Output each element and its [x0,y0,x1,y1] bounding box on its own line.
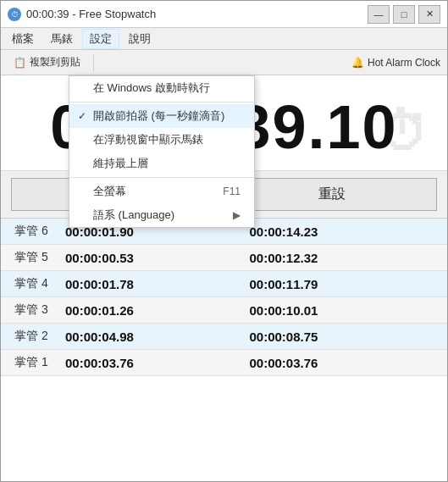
lap-time2: 00:00:12.32 [250,251,434,265]
menubar: 檔案 馬錶 設定 說明 [1,28,447,50]
menu-file[interactable]: 檔案 [4,29,41,49]
lap-time1: 00:00:01.26 [65,303,250,318]
lap-row: 掌管 100:00:03.7600:00:03.76 [1,350,447,376]
lap-time1: 00:00:00.53 [65,251,250,265]
dropdown-separator [69,177,254,178]
toolbar: 📋 複製到剪貼 🔔 Hot Alarm Clock [1,50,447,75]
lap-time2: 00:00:03.76 [250,356,434,370]
lap-row: 掌管 200:00:04.9800:00:08.75 [1,324,447,350]
dropdown-item-label: 在 Windows 啟動時執行 [93,80,210,96]
menu-settings[interactable]: 設定 [82,29,119,49]
titlebar: ⏱ 00:00:39 - Free Stopwatch — □ ✕ [1,1,447,28]
copy-label: 複製到剪貼 [30,55,80,69]
dropdown-item-label: 語系 (Language) [93,208,174,223]
dropdown-item-label: 維持最上層 [93,156,148,171]
lap-time2: 00:00:11.79 [250,277,434,291]
lap-row: 掌管 400:00:01.7800:00:11.79 [1,271,447,297]
close-button[interactable]: ✕ [418,5,440,24]
copy-button[interactable]: 📋 複製到剪貼 [8,53,86,72]
lap-time2: 00:00:08.75 [250,330,434,344]
lap-time2: 00:00:14.23 [250,224,434,239]
dropdown-item-language[interactable]: 語系 (Language)▶ [69,203,254,227]
lap-row: 掌管 300:00:01.2600:00:10.01 [1,297,447,324]
alarm-clock-link[interactable]: 🔔 Hot Alarm Clock [351,57,440,69]
dropdown-item-label: 開啟節拍器 (每一秒鐘滴音) [93,108,224,124]
maximize-button[interactable]: □ [393,5,415,24]
dropdown-item-metronome[interactable]: 開啟節拍器 (每一秒鐘滴音) [69,104,254,128]
dropdown-item-windows_start[interactable]: 在 Windows 啟動時執行 [69,76,254,100]
window-title: 00:00:39 - Free Stopwatch [26,8,156,20]
dropdown-arrow-icon: ▶ [233,209,241,221]
lap-label: 掌管 3 [14,302,65,318]
lap-table: 掌管 600:00:01.9000:00:14.23掌管 500:00:00.5… [1,218,447,481]
app-icon: ⏱ [8,8,21,21]
alarm-icon: 🔔 [351,57,364,69]
lap-label: 掌管 1 [14,355,65,370]
dropdown-item-fullscreen[interactable]: 全螢幕F11 [69,180,254,203]
alarm-label: Hot Alarm Clock [368,57,440,69]
titlebar-left: ⏱ 00:00:39 - Free Stopwatch [8,8,156,21]
toolbar-separator [93,54,94,71]
lap-time1: 00:00:01.78 [65,277,250,291]
lap-label: 掌管 6 [14,224,65,239]
lap-label: 掌管 5 [14,250,65,265]
dropdown-item-label: 全螢幕 [93,184,126,199]
menu-stopwatch[interactable]: 馬錶 [43,29,80,49]
lap-time2: 00:00:10.01 [250,303,434,318]
dropdown-shortcut: F11 [223,186,241,197]
minimize-button[interactable]: — [368,5,390,24]
lap-time1: 00:00:04.98 [65,330,250,344]
lap-time1: 00:00:03.76 [65,356,250,370]
dropdown-separator [69,102,254,102]
lap-label: 掌管 2 [14,329,65,344]
settings-dropdown[interactable]: 在 Windows 啟動時執行開啟節拍器 (每一秒鐘滴音)在浮動視窗中顯示馬錶維… [69,75,255,228]
copy-icon: 📋 [14,57,26,69]
dropdown-item-label: 在浮動視窗中顯示馬錶 [93,132,203,147]
dropdown-item-show_float[interactable]: 在浮動視窗中顯示馬錶 [69,128,254,152]
reset-button[interactable]: 重設 [228,178,438,211]
dropdown-item-stay_top[interactable]: 維持最上層 [69,152,254,175]
titlebar-controls: — □ ✕ [368,5,440,24]
menu-help[interactable]: 說明 [121,29,158,49]
main-content: 00:00:39.10 ⏱ 開始 重設 掌管 600:00:01.9000:00… [1,75,447,481]
main-window: ⏱ 00:00:39 - Free Stopwatch — □ ✕ 檔案 馬錶 … [0,0,448,482]
lap-row: 掌管 500:00:00.5300:00:12.32 [1,245,447,271]
lap-label: 掌管 4 [14,276,65,291]
